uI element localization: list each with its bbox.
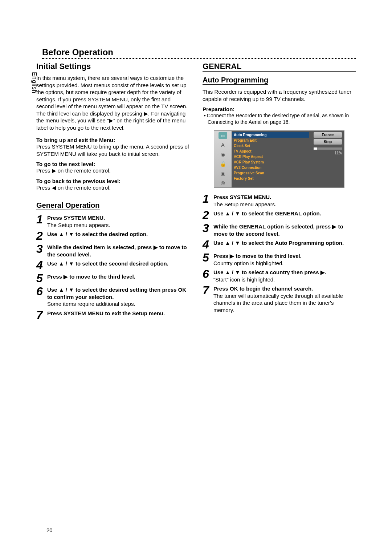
- step: 1Press SYSTEM MENU.The Setup menu appear…: [36, 214, 189, 228]
- step-number: 2: [203, 209, 211, 221]
- step-rest: The Setup menu appears.: [213, 201, 276, 207]
- step-bold: Use ▲ / ▼ to select the second desired o…: [47, 260, 168, 267]
- osd-right-panel: France Stop 11%: [311, 131, 344, 187]
- step-number: 6: [36, 285, 45, 297]
- step-bold: Press ▶ to move to the third level.: [213, 253, 302, 259]
- osd-stop-button: Stop: [314, 139, 342, 145]
- step-number: 5: [203, 252, 211, 263]
- step-body: Press SYSTEM MENU.The Setup menu appears…: [213, 193, 276, 208]
- step: 7Press OK to begin the channel search.Th…: [203, 284, 356, 313]
- step-rest: The tuner will automatically cycle throu…: [213, 293, 343, 313]
- osd-progress-bar: [314, 147, 342, 150]
- step-body: Use ▲ / ▼ to select the Auto Programming…: [213, 239, 344, 247]
- osd-menu-item: TV Aspect: [234, 149, 309, 154]
- initial-settings-heading: Initial Settings: [36, 62, 91, 72]
- step-rest: “Start” icon is highlighted.: [213, 276, 275, 283]
- step-number: 5: [36, 272, 45, 284]
- intro-paragraph: In this menu system, there are several w…: [36, 74, 189, 131]
- auto-programming-heading: Auto Programming: [203, 76, 268, 85]
- next-level-heading: To go to the next level:: [36, 161, 189, 167]
- step-body: Press SYSTEM MENU.The Setup menu appears…: [47, 214, 110, 228]
- language-tab: English: [30, 72, 38, 93]
- osd-menu-item: Progressive Scan: [234, 170, 309, 176]
- step-body: While the GENERAL option is selected, pr…: [213, 222, 356, 237]
- step: 5Press ▶ to move to the third level.Coun…: [203, 252, 356, 267]
- prev-level-text: Press ◀ on the remote control.: [36, 184, 189, 191]
- prev-level-heading: To go back to the previous level:: [36, 178, 189, 184]
- step-bold: While the GENERAL option is selected, pr…: [213, 223, 343, 237]
- step-bold: Use ▲ / ▼ to select a country then press…: [213, 269, 326, 275]
- preparation-item: Connect the Recorder to the desired type…: [208, 112, 356, 125]
- step-bold: Press ▶ to move to the third level.: [47, 274, 135, 280]
- step-rest: The Setup menu appears.: [47, 222, 110, 228]
- step-body: Use ▲ / ▼ to select the desired option.: [47, 230, 148, 238]
- step-number: 4: [203, 239, 211, 250]
- step-body: Use ▲ / ▼ to select the GENERAL option.: [213, 209, 321, 217]
- step-body: Press ▶ to move to the third level.: [47, 272, 135, 280]
- step: 3While the GENERAL option is selected, p…: [203, 222, 356, 237]
- step-number: 7: [203, 284, 211, 296]
- step-body: Press ▶ to move to the third level.Count…: [213, 252, 302, 267]
- right-column: GENERAL Auto Programming This Recorder i…: [203, 62, 356, 322]
- next-level-text: Press ▶ on the remote control.: [36, 167, 189, 174]
- lock-icon: 🔒: [219, 161, 227, 167]
- osd-menu-item: VCR Play Aspect: [234, 154, 309, 159]
- osd-screenshot: ▭ A ◉ 🔒 ▣ ◎ Auto ProgrammingProgram Edit…: [214, 130, 344, 188]
- step-bold: Use ▲ / ▼ to select the Auto Programming…: [213, 240, 344, 246]
- step-number: 6: [203, 268, 211, 280]
- osd-menu-item: Factory Set: [234, 176, 309, 181]
- step-number: 3: [36, 243, 45, 255]
- audio-icon: ◉: [219, 151, 227, 158]
- step-bold: Press SYSTEM MENU to exit the Setup menu…: [47, 310, 165, 316]
- step-bold: Press SYSTEM MENU.: [213, 194, 271, 200]
- record-icon: ▣: [219, 170, 227, 177]
- step-bold: While the desired item is selected, pres…: [47, 244, 187, 258]
- step-bold: Use ▲ / ▼ to select the desired setting …: [47, 287, 186, 300]
- osd-icon-column: ▭ A ◉ 🔒 ▣ ◎: [214, 131, 232, 187]
- page-number: 20: [46, 527, 53, 533]
- osd-country-button: France: [314, 132, 342, 138]
- step: 7Press SYSTEM MENU to exit the Setup men…: [36, 309, 189, 321]
- step-number: 2: [36, 230, 45, 242]
- step-bold: Use ▲ / ▼ to select the desired option.: [47, 231, 148, 237]
- divider: [42, 58, 356, 59]
- general-heading: GENERAL: [203, 62, 356, 72]
- step-number: 1: [36, 214, 45, 225]
- step-number: 3: [203, 222, 211, 234]
- step-body: Use ▲ / ▼ to select the second desired o…: [47, 259, 168, 267]
- bring-up-heading: To bring up and exit the Menu:: [36, 137, 189, 143]
- language-icon: A: [219, 142, 227, 148]
- osd-menu-item: AV2 Connection: [234, 165, 309, 170]
- step-number: 4: [36, 259, 45, 271]
- osd-menu-item: Program Edit: [234, 138, 309, 143]
- step-body: While the desired item is selected, pres…: [47, 243, 189, 258]
- step: 6Use ▲ / ▼ to select the desired setting…: [36, 285, 189, 308]
- step-bold: Use ▲ / ▼ to select the GENERAL option.: [213, 210, 321, 216]
- left-column: Initial Settings In this menu system, th…: [36, 62, 189, 322]
- step-rest: Country option is highlighted.: [213, 260, 283, 266]
- step: 5Press ▶ to move to the third level.: [36, 272, 189, 284]
- step: 4Use ▲ / ▼ to select the second desired …: [36, 259, 189, 271]
- bring-up-text: Press SYSTEM MENU to bring up the menu. …: [36, 143, 189, 157]
- preparation-label: Preparation:: [203, 106, 356, 112]
- step-body: Press OK to begin the channel search.The…: [213, 284, 356, 313]
- step-bold: Press SYSTEM MENU.: [47, 215, 105, 221]
- step-number: 7: [36, 309, 45, 321]
- step-body: Use ▲ / ▼ to select the desired setting …: [47, 285, 189, 308]
- step-bold: Press OK to begin the channel search.: [213, 285, 313, 292]
- step: 3While the desired item is selected, pre…: [36, 243, 189, 258]
- step-number: 1: [203, 193, 211, 204]
- osd-menu-item: Auto Programming: [232, 132, 309, 138]
- step-body: Use ▲ / ▼ to select a country then press…: [213, 268, 326, 283]
- step: 6Use ▲ / ▼ to select a country then pres…: [203, 268, 356, 283]
- step-rest: Some items require additional steps.: [47, 301, 135, 307]
- section-header: Before Operation: [42, 47, 356, 57]
- autoprog-intro: This Recorder is equipped with a frequen…: [203, 88, 356, 102]
- osd-menu-item: VCR Play System: [234, 159, 309, 165]
- step-body: Press SYSTEM MENU to exit the Setup menu…: [47, 309, 165, 317]
- disc-icon: ◎: [219, 179, 227, 186]
- osd-progress-percent: 11%: [314, 151, 342, 155]
- step: 1Press SYSTEM MENU.The Setup menu appear…: [203, 193, 356, 208]
- osd-menu-item: Clock Set: [234, 143, 309, 149]
- step: 2Use ▲ / ▼ to select the desired option.: [36, 230, 189, 242]
